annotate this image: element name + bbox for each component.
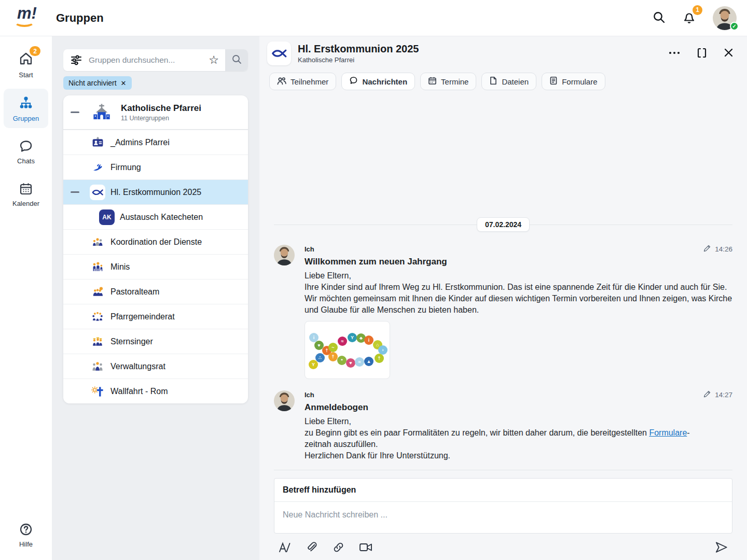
start-badge: 2 (30, 46, 40, 56)
close-panel-button[interactable] (723, 47, 734, 60)
chip-close-icon[interactable]: ✕ (121, 79, 127, 87)
group-row-austausch-katecheten[interactable]: AK Austausch Katecheten (63, 204, 248, 229)
group-row-verwaltungsrat[interactable]: Verwaltungsrat (63, 354, 248, 379)
symbol-circle: Y (348, 333, 357, 342)
video-camera-icon (359, 541, 373, 555)
search-submit-button[interactable] (225, 49, 248, 71)
message-time: 14:27 (715, 391, 732, 399)
symbol-circle: ≈ (355, 357, 364, 367)
filter-button[interactable] (63, 53, 88, 67)
sidebar-item-chats[interactable]: Chats (4, 132, 48, 171)
group-row-minis[interactable]: Minis (63, 254, 248, 279)
more-options-button[interactable] (668, 47, 681, 61)
group-row-hl-erstkommunion-2025[interactable]: Hl. Erstkommunion 2025 (63, 179, 248, 204)
chat-bubble-icon (19, 139, 33, 153)
top-bar: m! Gruppen 1 ✓ (0, 0, 747, 36)
sidebar-item-hilfe[interactable]: Hilfe (4, 515, 48, 554)
calendar-icon (19, 181, 33, 196)
tab-teilnehmer[interactable]: Teilnehmer (269, 73, 336, 90)
groups-hierarchy-icon (18, 95, 34, 111)
group-row-koordination-der-dienste[interactable]: Koordination der Dienste (63, 229, 248, 254)
tab-formulare[interactable]: Formulare (542, 73, 605, 90)
group-name: Austausch Katecheten (120, 213, 203, 222)
global-search-button[interactable] (652, 10, 666, 25)
message-title: Anmeldebogen (305, 402, 732, 413)
group-tabs: Teilnehmer Nachrichten Termine (269, 73, 747, 90)
group-search-bar: ☆ (63, 49, 248, 71)
family-icon (90, 259, 105, 275)
insert-link-button[interactable] (332, 541, 345, 555)
group-row-admins-pfarrei[interactable]: _Admins Pfarrei (63, 130, 248, 155)
message-attachment-image[interactable]: i♥†~≈Y♣i⌂›∴†*♥≈▲†Y (305, 321, 390, 379)
formulare-link[interactable]: Formulare (649, 428, 687, 437)
message-time: 14:26 (715, 245, 732, 253)
app-window: m! Gruppen 1 ✓ (0, 0, 747, 560)
attach-file-button[interactable] (306, 541, 318, 556)
group-row-katholische-pfarrei[interactable]: Katholische Pfarrei 11 Untergruppen (63, 95, 248, 130)
collapse-minus-icon[interactable] (71, 191, 79, 193)
pilgrimage-sun-cross-icon (90, 384, 105, 399)
symbol-circle: ♥ (346, 358, 355, 368)
filter-sliders-icon (70, 53, 82, 67)
sender-name: Ich (305, 245, 314, 253)
ak-initials-badge: AK (99, 209, 115, 225)
collapse-minus-icon[interactable] (71, 111, 79, 113)
user-avatar[interactable]: ✓ (713, 6, 737, 30)
tab-termine[interactable]: Termine (420, 73, 476, 90)
group-name: Hl. Erstkommunion 2025 (110, 188, 201, 197)
symbol-circle: ≈ (338, 337, 347, 346)
group-row-pfarrgemeinderat[interactable]: Pfarrgemeinderat (63, 304, 248, 329)
sender-name: Ich (305, 391, 314, 399)
group-tree-card: Katholische Pfarrei 11 Untergruppen _Adm… (63, 95, 248, 403)
search-icon (231, 54, 242, 66)
edited-pencil-icon (703, 390, 711, 399)
group-name: Verwaltungsrat (110, 362, 165, 371)
file-icon (489, 76, 497, 87)
favorites-star-icon[interactable]: ☆ (202, 54, 225, 66)
expand-button[interactable] (696, 47, 708, 60)
video-button[interactable] (359, 541, 373, 555)
sidebar-item-start[interactable]: 2 Start (4, 45, 48, 85)
group-row-wallfahrt-rom[interactable]: Wallfahrt - Rom (63, 379, 248, 403)
expand-brackets-icon (696, 47, 708, 60)
group-name: Wallfahrt - Rom (110, 387, 168, 396)
group-list-panel: ☆ Nicht archiviert ✕ (52, 36, 259, 560)
text-format-button[interactable] (278, 541, 292, 556)
message-text: Liebe Eltern, zu Beginn gibt es ein paar… (305, 416, 732, 461)
message-item: Ich 14:26 Willkommen zum neuen Jahrgang … (274, 245, 732, 379)
symbol-circle: ▲ (364, 357, 374, 366)
notifications-button[interactable]: 1 (682, 10, 696, 26)
filter-chip-nicht-archiviert[interactable]: Nicht archiviert ✕ (63, 76, 132, 90)
help-icon (19, 522, 33, 537)
group-title: Hl. Erstkommunion 2025 (298, 43, 419, 55)
sidebar-item-kalender[interactable]: Kalender (4, 175, 48, 213)
text-format-icon (278, 541, 292, 556)
subgroup-count: 11 Untergruppen (121, 115, 201, 122)
group-name: Pfarrgemeinderat (110, 312, 175, 321)
symbol-circle: i (364, 335, 374, 345)
group-row-pastoralteam[interactable]: Pastoralteam (63, 279, 248, 304)
status-check-badge: ✓ (730, 22, 739, 31)
calendar-icon (428, 76, 437, 87)
subject-input[interactable] (274, 479, 732, 502)
new-message-input[interactable] (274, 502, 732, 533)
group-row-firmung[interactable]: Firmung (63, 155, 248, 179)
logo-smile-icon (14, 17, 35, 27)
tab-nachrichten[interactable]: Nachrichten (341, 73, 415, 90)
group-name: Koordination der Dienste (110, 237, 202, 247)
group-search-input[interactable] (88, 55, 202, 65)
group-name: Minis (110, 262, 130, 272)
app-logo[interactable]: m! (12, 4, 40, 32)
sender-avatar (274, 245, 295, 265)
message-text: Liebe Eltern, Ihre Kinder sind auf Ihrem… (305, 270, 732, 316)
message-bubble-icon (349, 76, 358, 87)
send-message-button[interactable] (714, 540, 728, 556)
group-row-sternsinger[interactable]: Sternsinger (63, 329, 248, 354)
dove-icon (90, 160, 105, 175)
tab-dateien[interactable]: Dateien (481, 73, 536, 90)
message-composer (274, 470, 732, 556)
sidebar-item-gruppen[interactable]: Gruppen (4, 89, 48, 128)
group-name: _Admins Pfarrei (110, 138, 170, 147)
form-icon (549, 76, 558, 87)
pastoral-team-icon (90, 284, 105, 300)
